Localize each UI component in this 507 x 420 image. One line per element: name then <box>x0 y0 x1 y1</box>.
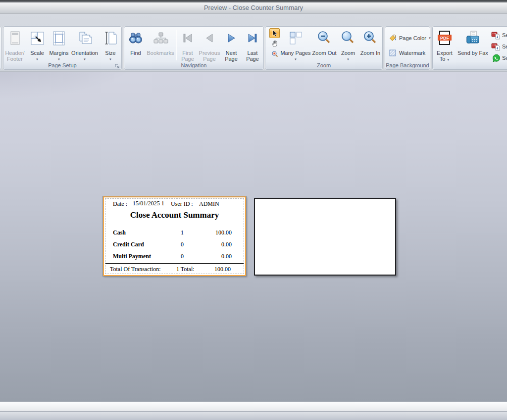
preview-window: Preview - Close Counter Summary Header/ … <box>0 0 507 420</box>
previous-page-label-1: Previous <box>199 50 220 56</box>
pointer-icon <box>271 30 278 37</box>
report-total-label: Total Of Transaction: <box>110 266 161 273</box>
margins-button[interactable]: Margins ▼ <box>48 27 70 63</box>
previous-page-icon <box>199 30 220 47</box>
report-page-2[interactable] <box>254 198 396 276</box>
first-page-label-1: First <box>177 50 199 56</box>
magnifier-tool-icon <box>271 50 278 57</box>
group-label-page-setup: Page Setup <box>4 62 121 69</box>
orientation-dropdown-arrow: ▼ <box>70 57 100 61</box>
header-footer-label-2: Footer <box>3 56 26 62</box>
ribbon-group-page-setup: Header/ Footer Scale ▼ Margins ▼ <box>3 26 122 70</box>
hand-tool-button[interactable] <box>269 39 280 48</box>
find-label: Find <box>125 50 146 56</box>
previous-page-label-2: Page <box>199 56 220 62</box>
preview-canvas[interactable]: Date : 15/01/2025 1 User ID : ADMIN Clos… <box>0 72 507 402</box>
window-title: Preview - Close Counter Summary <box>204 4 303 11</box>
zoom-in-button[interactable]: Zoom In <box>358 27 382 63</box>
titlebar: Preview - Close Counter Summary <box>0 2 507 14</box>
first-page-label-2: Page <box>177 56 199 62</box>
send-whatsapp-button[interactable]: Sen <box>491 53 507 63</box>
export-pdf-icon: PDF <box>434 30 456 47</box>
report-row-count: 1 <box>178 229 186 236</box>
whatsapp-icon <box>491 54 500 62</box>
window-bottom-strip <box>0 411 507 420</box>
send-email-image-button[interactable]: Sen <box>491 42 507 51</box>
header-footer-label-1: Header/ <box>3 50 26 56</box>
group-label-navigation: Navigation <box>125 62 263 69</box>
watermark-icon <box>388 49 397 57</box>
header-footer-button[interactable]: Header/ Footer <box>3 27 26 63</box>
many-pages-label: Many Pages <box>280 50 311 56</box>
group-label-page-background: Page Background <box>386 62 429 69</box>
send-email-image-label: Sen <box>502 44 507 49</box>
orientation-button[interactable]: Orientation ▼ <box>70 27 100 63</box>
page-color-dropdown-arrow: ▼ <box>428 37 431 40</box>
export-to-button[interactable]: PDF Export To ▼ <box>434 27 456 63</box>
bookmarks-icon <box>146 30 175 47</box>
report-row-name: Cash <box>113 229 126 236</box>
report-date-label: Date : <box>113 200 127 208</box>
header-footer-icon <box>3 30 26 47</box>
previous-page-button[interactable]: Previous Page <box>199 27 220 63</box>
report-row-count: 0 <box>178 241 186 248</box>
first-page-button[interactable]: First Page <box>177 27 199 63</box>
size-dropdown-arrow: ▼ <box>100 57 121 61</box>
report-title: Close Account Summary <box>104 210 245 220</box>
size-button[interactable]: Size ▼ <box>100 27 121 63</box>
binoculars-icon <box>125 30 146 47</box>
zoom-out-label: Zoom Out <box>311 50 338 56</box>
navigation-separator <box>176 30 176 60</box>
pointer-tool-button[interactable] <box>269 28 280 38</box>
zoom-in-label: Zoom In <box>358 50 382 56</box>
send-by-fax-button[interactable]: Send by Fax <box>456 27 490 63</box>
next-page-button[interactable]: Next Page <box>220 27 242 63</box>
bookmarks-label: Bookmarks <box>146 50 175 56</box>
zoom-label: Zoom <box>338 50 358 56</box>
send-email-pdf-icon <box>491 31 500 39</box>
orientation-label: Orientation <box>70 50 100 56</box>
zoom-icon <box>338 30 358 47</box>
margins-icon <box>48 30 70 47</box>
scale-dropdown-arrow: ▼ <box>26 57 48 61</box>
zoom-out-icon <box>311 30 338 47</box>
watermark-label: Watermark <box>399 50 425 56</box>
magnifier-tool-button[interactable] <box>269 49 280 59</box>
status-bar <box>0 402 507 411</box>
export-to-label-1: Export <box>434 50 456 56</box>
margins-label: Margins <box>48 50 70 56</box>
report-total-count: 1 Total: <box>176 266 195 273</box>
size-label: Size <box>100 50 121 56</box>
send-email-pdf-button[interactable]: Sen <box>491 30 507 40</box>
page-setup-dialog-launcher-icon[interactable] <box>114 62 120 69</box>
zoom-button[interactable]: Zoom ▼ <box>338 27 358 63</box>
scale-button[interactable]: Scale ▼ <box>26 27 48 63</box>
size-icon <box>100 30 121 47</box>
report-row-name: Credit Card <box>113 241 144 248</box>
ribbon-group-export: PDF Export To ▼ Send by Fax Sen <box>432 26 507 70</box>
page-color-label: Page Color <box>399 35 426 41</box>
zoom-in-icon <box>358 30 382 47</box>
scale-icon <box>26 30 48 47</box>
bookmarks-button[interactable]: Bookmarks <box>146 27 175 63</box>
group-label-export <box>433 62 507 69</box>
last-page-label-2: Page <box>242 56 263 62</box>
send-by-fax-label: Send by Fax <box>456 50 490 56</box>
find-button[interactable]: Find <box>125 27 146 63</box>
report-page-1[interactable]: Date : 15/01/2025 1 User ID : ADMIN Clos… <box>103 196 246 276</box>
report-row-amount: 100.00 <box>203 229 232 236</box>
many-pages-button[interactable]: Many Pages ▼ <box>280 27 311 63</box>
ribbon-group-page-background: Page Color ▼ Watermark Page Background <box>385 26 430 70</box>
orientation-icon <box>70 30 100 47</box>
report-user-value: ADMIN <box>199 200 219 208</box>
zoom-dropdown-arrow: ▼ <box>338 57 358 61</box>
zoom-out-button[interactable]: Zoom Out <box>311 27 338 63</box>
report-date-value: 15/01/2025 1 <box>133 200 164 207</box>
margins-dropdown-arrow: ▼ <box>48 57 70 61</box>
watermark-button[interactable]: Watermark <box>387 47 430 58</box>
last-page-button[interactable]: Last Page <box>242 27 263 63</box>
first-page-icon <box>177 30 199 47</box>
report-total-separator <box>105 263 244 264</box>
page-color-button[interactable]: Page Color ▼ <box>387 33 430 44</box>
hand-tool-icon <box>271 40 279 47</box>
